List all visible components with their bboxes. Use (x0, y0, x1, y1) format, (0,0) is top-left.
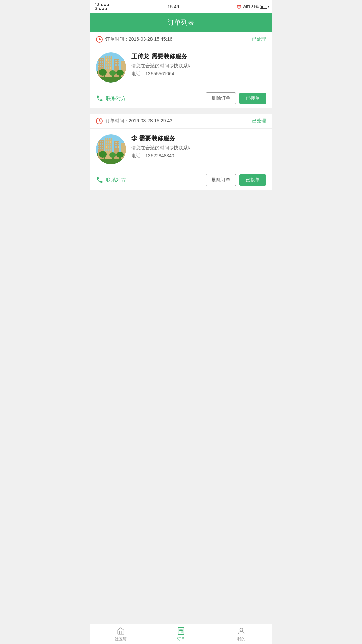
svg-rect-24 (108, 62, 109, 63)
svg-rect-77 (110, 149, 111, 151)
svg-point-91 (116, 152, 124, 158)
footer-buttons: 删除订单 已接单 (206, 92, 266, 104)
svg-rect-85 (115, 146, 116, 148)
svg-rect-5 (100, 59, 101, 60)
svg-point-43 (99, 69, 107, 76)
svg-rect-22 (110, 59, 111, 61)
order-time-left: 订单时间：2016-03-28 15:29:43 (96, 118, 172, 124)
svg-rect-69 (106, 144, 107, 145)
svg-rect-33 (115, 60, 116, 61)
svg-rect-35 (118, 60, 119, 61)
svg-rect-17 (106, 56, 107, 58)
status-indicators: ⏰ WiFi 31% (237, 5, 267, 9)
order-customer-name: 李 需要装修服务 (131, 134, 266, 142)
svg-rect-31 (110, 67, 111, 69)
svg-rect-6 (102, 59, 103, 60)
order-phone: 电话：13555561064 (131, 71, 266, 77)
contact-other[interactable]: 联系对方 (96, 95, 126, 102)
svg-rect-61 (102, 148, 103, 149)
order-header-row: 订单时间：2016-03-28 15:29:43 已处理 (90, 114, 272, 129)
order-phone: 电话：13522848340 (131, 153, 266, 159)
svg-point-44 (109, 70, 116, 76)
order-body: 王传龙 需要装修服务 请您在合适的时间尽快联系ta 电话：13555561064 (90, 47, 272, 88)
svg-rect-54 (100, 143, 101, 145)
svg-rect-74 (110, 146, 111, 148)
svg-rect-82 (115, 144, 116, 145)
delete-order-button[interactable]: 删除订单 (206, 174, 236, 186)
svg-rect-4 (98, 59, 99, 60)
footer-buttons: 删除订单 已接单 (206, 174, 266, 186)
svg-rect-38 (118, 62, 119, 63)
svg-rect-76 (108, 149, 109, 151)
svg-rect-64 (108, 138, 109, 140)
svg-rect-59 (98, 148, 99, 149)
order-info: 李 需要装修服务 请您在合适的时间尽快联系ta 电话：13522848340 (131, 134, 266, 159)
svg-rect-20 (106, 59, 107, 61)
network-indicator: 4G ▲▲▲ G ▲▲▲ (95, 3, 110, 11)
svg-rect-66 (106, 141, 107, 143)
svg-rect-14 (100, 66, 101, 67)
svg-rect-23 (106, 62, 107, 63)
battery-icon (260, 5, 267, 9)
svg-rect-25 (110, 62, 111, 63)
svg-point-90 (109, 152, 116, 158)
delete-order-button[interactable]: 删除订单 (206, 92, 236, 104)
order-header-row: 订单时间：2016-03-28 15:45:16 已处理 (90, 32, 272, 47)
svg-rect-70 (108, 144, 109, 145)
svg-rect-10 (98, 64, 99, 65)
svg-rect-75 (106, 149, 107, 151)
svg-rect-15 (102, 66, 103, 67)
svg-rect-72 (106, 146, 107, 148)
svg-rect-86 (116, 146, 117, 148)
svg-rect-29 (106, 67, 107, 69)
order-description: 请您在合适的时间尽快联系ta (131, 145, 266, 151)
svg-rect-8 (100, 61, 101, 63)
order-status: 已处理 (252, 36, 266, 42)
order-card: 订单时间：2016-03-28 15:45:16 已处理 (90, 32, 272, 108)
svg-rect-13 (98, 66, 99, 67)
svg-rect-73 (108, 146, 109, 148)
svg-rect-57 (100, 146, 101, 147)
svg-rect-19 (110, 56, 111, 58)
network-g: G ▲▲▲ (95, 7, 110, 11)
phone-icon (96, 95, 103, 102)
section-divider (90, 111, 272, 114)
svg-rect-39 (115, 64, 116, 66)
order-description: 请您在合适的时间尽快联系ta (131, 63, 266, 69)
accepted-button[interactable]: 已接单 (239, 93, 266, 104)
status-time: 15:49 (167, 4, 179, 9)
svg-rect-71 (110, 144, 111, 145)
svg-rect-37 (116, 62, 117, 63)
status-bar: 4G ▲▲▲ G ▲▲▲ 15:49 ⏰ WiFi 31% (90, 0, 272, 13)
svg-rect-53 (98, 143, 99, 145)
contact-other[interactable]: 联系对方 (96, 176, 126, 184)
order-body: 李 需要装修服务 请您在合适的时间尽快联系ta 电话：13522848340 (90, 129, 272, 170)
order-footer-row: 联系对方 删除订单 已接单 (90, 88, 272, 108)
accepted-button[interactable]: 已接单 (239, 174, 266, 186)
property-image (96, 134, 126, 164)
svg-rect-18 (108, 56, 109, 58)
page-header: 订单列表 (90, 13, 272, 32)
svg-rect-56 (98, 146, 99, 147)
contact-label: 联系对方 (106, 95, 126, 102)
svg-rect-40 (116, 64, 117, 66)
svg-point-45 (116, 70, 124, 76)
clock-icon (96, 118, 103, 124)
svg-rect-11 (100, 64, 101, 65)
svg-rect-36 (115, 62, 116, 63)
contact-label: 联系对方 (106, 177, 126, 183)
battery-percent: 31% (251, 5, 259, 9)
order-time: 订单时间：2016-03-28 15:45:16 (105, 36, 172, 42)
svg-rect-84 (118, 144, 119, 145)
svg-rect-63 (106, 138, 107, 140)
order-time: 订单时间：2016-03-28 15:29:43 (105, 118, 172, 124)
svg-rect-51 (100, 141, 101, 142)
svg-rect-58 (102, 146, 103, 147)
svg-rect-12 (102, 64, 103, 65)
clock-icon (96, 36, 103, 43)
svg-rect-30 (108, 67, 109, 69)
svg-rect-87 (118, 146, 119, 148)
network-4g: 4G ▲▲▲ (95, 3, 110, 7)
svg-rect-81 (118, 142, 119, 143)
order-time-left: 订单时间：2016-03-28 15:45:16 (96, 36, 172, 43)
